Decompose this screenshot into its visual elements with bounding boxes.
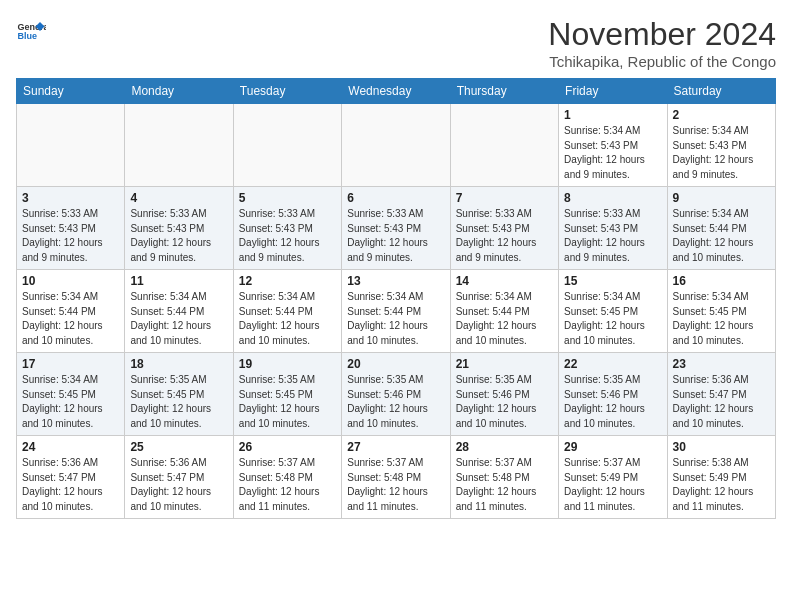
day-number: 13 — [347, 274, 444, 288]
day-number: 20 — [347, 357, 444, 371]
calendar-cell: 19Sunrise: 5:35 AM Sunset: 5:45 PM Dayli… — [233, 353, 341, 436]
week-row-1: 1Sunrise: 5:34 AM Sunset: 5:43 PM Daylig… — [17, 104, 776, 187]
calendar-cell: 23Sunrise: 5:36 AM Sunset: 5:47 PM Dayli… — [667, 353, 775, 436]
day-number: 5 — [239, 191, 336, 205]
calendar-cell: 17Sunrise: 5:34 AM Sunset: 5:45 PM Dayli… — [17, 353, 125, 436]
day-number: 29 — [564, 440, 661, 454]
day-number: 17 — [22, 357, 119, 371]
calendar-cell: 16Sunrise: 5:34 AM Sunset: 5:45 PM Dayli… — [667, 270, 775, 353]
day-info: Sunrise: 5:35 AM Sunset: 5:46 PM Dayligh… — [347, 373, 444, 431]
day-info: Sunrise: 5:33 AM Sunset: 5:43 PM Dayligh… — [347, 207, 444, 265]
calendar-cell: 1Sunrise: 5:34 AM Sunset: 5:43 PM Daylig… — [559, 104, 667, 187]
day-number: 8 — [564, 191, 661, 205]
weekday-header-row: Sunday Monday Tuesday Wednesday Thursday… — [17, 79, 776, 104]
day-info: Sunrise: 5:35 AM Sunset: 5:45 PM Dayligh… — [130, 373, 227, 431]
calendar-cell: 8Sunrise: 5:33 AM Sunset: 5:43 PM Daylig… — [559, 187, 667, 270]
day-number: 12 — [239, 274, 336, 288]
location-subtitle: Tchikapika, Republic of the Congo — [548, 53, 776, 70]
day-info: Sunrise: 5:37 AM Sunset: 5:49 PM Dayligh… — [564, 456, 661, 514]
month-year-title: November 2024 — [548, 16, 776, 53]
day-number: 10 — [22, 274, 119, 288]
day-info: Sunrise: 5:38 AM Sunset: 5:49 PM Dayligh… — [673, 456, 770, 514]
calendar-cell: 27Sunrise: 5:37 AM Sunset: 5:48 PM Dayli… — [342, 436, 450, 519]
week-row-5: 24Sunrise: 5:36 AM Sunset: 5:47 PM Dayli… — [17, 436, 776, 519]
day-number: 1 — [564, 108, 661, 122]
day-info: Sunrise: 5:36 AM Sunset: 5:47 PM Dayligh… — [22, 456, 119, 514]
calendar-table: Sunday Monday Tuesday Wednesday Thursday… — [16, 78, 776, 519]
day-number: 2 — [673, 108, 770, 122]
day-info: Sunrise: 5:34 AM Sunset: 5:44 PM Dayligh… — [347, 290, 444, 348]
calendar-cell: 29Sunrise: 5:37 AM Sunset: 5:49 PM Dayli… — [559, 436, 667, 519]
svg-text:Blue: Blue — [18, 31, 38, 41]
calendar-cell: 13Sunrise: 5:34 AM Sunset: 5:44 PM Dayli… — [342, 270, 450, 353]
day-info: Sunrise: 5:37 AM Sunset: 5:48 PM Dayligh… — [347, 456, 444, 514]
calendar-cell: 11Sunrise: 5:34 AM Sunset: 5:44 PM Dayli… — [125, 270, 233, 353]
calendar-cell: 24Sunrise: 5:36 AM Sunset: 5:47 PM Dayli… — [17, 436, 125, 519]
calendar-cell: 2Sunrise: 5:34 AM Sunset: 5:43 PM Daylig… — [667, 104, 775, 187]
calendar-cell: 21Sunrise: 5:35 AM Sunset: 5:46 PM Dayli… — [450, 353, 558, 436]
day-info: Sunrise: 5:33 AM Sunset: 5:43 PM Dayligh… — [130, 207, 227, 265]
calendar-cell: 30Sunrise: 5:38 AM Sunset: 5:49 PM Dayli… — [667, 436, 775, 519]
calendar-cell: 14Sunrise: 5:34 AM Sunset: 5:44 PM Dayli… — [450, 270, 558, 353]
calendar-cell — [17, 104, 125, 187]
day-number: 27 — [347, 440, 444, 454]
day-number: 16 — [673, 274, 770, 288]
day-info: Sunrise: 5:34 AM Sunset: 5:44 PM Dayligh… — [673, 207, 770, 265]
day-info: Sunrise: 5:33 AM Sunset: 5:43 PM Dayligh… — [456, 207, 553, 265]
header-thursday: Thursday — [450, 79, 558, 104]
calendar-cell: 26Sunrise: 5:37 AM Sunset: 5:48 PM Dayli… — [233, 436, 341, 519]
day-info: Sunrise: 5:35 AM Sunset: 5:46 PM Dayligh… — [564, 373, 661, 431]
day-info: Sunrise: 5:35 AM Sunset: 5:46 PM Dayligh… — [456, 373, 553, 431]
logo-icon: General Blue — [16, 16, 46, 46]
header-monday: Monday — [125, 79, 233, 104]
day-number: 23 — [673, 357, 770, 371]
calendar-cell: 3Sunrise: 5:33 AM Sunset: 5:43 PM Daylig… — [17, 187, 125, 270]
day-info: Sunrise: 5:37 AM Sunset: 5:48 PM Dayligh… — [456, 456, 553, 514]
day-number: 18 — [130, 357, 227, 371]
day-info: Sunrise: 5:34 AM Sunset: 5:44 PM Dayligh… — [130, 290, 227, 348]
day-number: 22 — [564, 357, 661, 371]
day-info: Sunrise: 5:34 AM Sunset: 5:43 PM Dayligh… — [673, 124, 770, 182]
calendar-cell — [450, 104, 558, 187]
day-number: 4 — [130, 191, 227, 205]
week-row-4: 17Sunrise: 5:34 AM Sunset: 5:45 PM Dayli… — [17, 353, 776, 436]
header-tuesday: Tuesday — [233, 79, 341, 104]
day-number: 6 — [347, 191, 444, 205]
day-number: 11 — [130, 274, 227, 288]
calendar-cell: 15Sunrise: 5:34 AM Sunset: 5:45 PM Dayli… — [559, 270, 667, 353]
day-info: Sunrise: 5:34 AM Sunset: 5:43 PM Dayligh… — [564, 124, 661, 182]
day-info: Sunrise: 5:35 AM Sunset: 5:45 PM Dayligh… — [239, 373, 336, 431]
calendar-cell: 12Sunrise: 5:34 AM Sunset: 5:44 PM Dayli… — [233, 270, 341, 353]
day-number: 21 — [456, 357, 553, 371]
calendar-cell — [233, 104, 341, 187]
week-row-2: 3Sunrise: 5:33 AM Sunset: 5:43 PM Daylig… — [17, 187, 776, 270]
calendar-cell: 5Sunrise: 5:33 AM Sunset: 5:43 PM Daylig… — [233, 187, 341, 270]
calendar-cell: 10Sunrise: 5:34 AM Sunset: 5:44 PM Dayli… — [17, 270, 125, 353]
calendar-cell: 6Sunrise: 5:33 AM Sunset: 5:43 PM Daylig… — [342, 187, 450, 270]
header-wednesday: Wednesday — [342, 79, 450, 104]
day-number: 24 — [22, 440, 119, 454]
calendar-cell — [125, 104, 233, 187]
calendar-cell: 4Sunrise: 5:33 AM Sunset: 5:43 PM Daylig… — [125, 187, 233, 270]
day-info: Sunrise: 5:34 AM Sunset: 5:45 PM Dayligh… — [564, 290, 661, 348]
day-info: Sunrise: 5:34 AM Sunset: 5:44 PM Dayligh… — [456, 290, 553, 348]
day-number: 26 — [239, 440, 336, 454]
day-number: 9 — [673, 191, 770, 205]
day-number: 25 — [130, 440, 227, 454]
week-row-3: 10Sunrise: 5:34 AM Sunset: 5:44 PM Dayli… — [17, 270, 776, 353]
header-sunday: Sunday — [17, 79, 125, 104]
day-info: Sunrise: 5:36 AM Sunset: 5:47 PM Dayligh… — [673, 373, 770, 431]
calendar-cell: 28Sunrise: 5:37 AM Sunset: 5:48 PM Dayli… — [450, 436, 558, 519]
day-info: Sunrise: 5:36 AM Sunset: 5:47 PM Dayligh… — [130, 456, 227, 514]
logo: General Blue — [16, 16, 46, 46]
calendar-cell: 22Sunrise: 5:35 AM Sunset: 5:46 PM Dayli… — [559, 353, 667, 436]
page-header: General Blue November 2024 Tchikapika, R… — [16, 16, 776, 70]
day-number: 15 — [564, 274, 661, 288]
day-number: 28 — [456, 440, 553, 454]
calendar-cell — [342, 104, 450, 187]
day-number: 19 — [239, 357, 336, 371]
day-info: Sunrise: 5:33 AM Sunset: 5:43 PM Dayligh… — [239, 207, 336, 265]
day-number: 30 — [673, 440, 770, 454]
day-info: Sunrise: 5:34 AM Sunset: 5:44 PM Dayligh… — [22, 290, 119, 348]
calendar-cell: 18Sunrise: 5:35 AM Sunset: 5:45 PM Dayli… — [125, 353, 233, 436]
